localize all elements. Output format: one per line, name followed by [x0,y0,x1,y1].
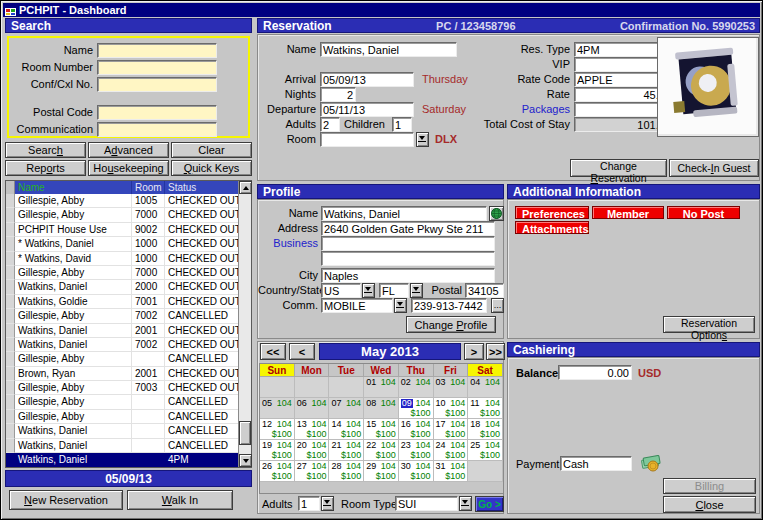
business-input[interactable] [321,236,495,251]
row-selector-cell[interactable] [6,252,15,266]
calendar-day-cell[interactable]: 03104 [434,377,469,398]
packages-label[interactable]: Packages [473,102,570,116]
table-row[interactable]: Gillespie, Abby 7000 CHECKED OUT [6,208,239,222]
room-column-header[interactable]: Room [132,181,165,194]
res-adults-input[interactable] [320,117,340,132]
calendar-day-cell[interactable]: 15104 $100 [364,419,399,440]
row-selector-cell[interactable] [6,223,15,237]
table-row[interactable]: Gillespie, Abby CANCELLED [6,352,239,366]
calendar-day-cell[interactable]: 22104 $100 [364,440,399,461]
calendar-prev-year-button[interactable]: << [260,343,286,360]
scrollbar-down-button[interactable] [239,454,252,467]
postal-input[interactable] [465,283,504,298]
table-row[interactable]: * Watkins, David 1000 CHECKED OUT [6,252,239,266]
calendar-day-cell[interactable]: 24104 $100 [434,440,469,461]
member-tag-button[interactable]: Member [592,206,664,219]
row-selector-cell[interactable] [6,295,15,309]
room-dropdown-button[interactable] [416,132,429,147]
row-selector-cell[interactable] [6,352,15,366]
calendar-day-cell[interactable]: 08104 [364,398,399,419]
calendar-adults-input[interactable] [298,496,320,511]
calendar-day-cell[interactable]: 26104 $100 [260,461,295,482]
comm-type-input[interactable] [321,298,393,313]
calendar-day-cell[interactable]: 04104 [468,377,503,398]
address-input[interactable] [321,221,495,236]
calendar-day-cell[interactable]: 14104 $100 [329,419,364,440]
departure-input[interactable] [320,102,414,117]
profile-name-input[interactable] [321,206,487,221]
payment-input[interactable] [560,456,632,471]
row-selector-cell[interactable] [6,309,15,323]
scrollbar-thumb[interactable] [239,421,251,445]
calendar-day-cell[interactable]: 19104 $100 [260,440,295,461]
close-button[interactable]: Close [663,496,756,513]
row-selector-cell[interactable] [6,453,15,467]
row-selector-cell[interactable] [6,324,15,338]
search-button[interactable]: Search [5,142,86,158]
calendar-day-cell[interactable]: 23104 $100 [399,440,434,461]
calendar-prev-month-button[interactable]: < [289,343,315,360]
table-row[interactable]: Gillespie, Abby 7000 CHECKED OUT [6,266,239,280]
calendar-day-cell[interactable]: 21104 $100 [329,440,364,461]
calendar-day-cell[interactable]: 18104 $100 [468,419,503,440]
change-profile-button[interactable]: Change Profile [406,316,496,333]
calendar-day-cell[interactable]: 01104 [364,377,399,398]
row-selector-cell[interactable] [6,439,15,453]
row-selector-cell[interactable] [6,410,15,424]
row-selector-cell[interactable] [6,208,15,222]
row-selector-cell[interactable] [6,266,15,280]
table-row[interactable]: Watkins, Daniel 4PM [6,453,239,467]
new-reservation-button[interactable]: New Reservation [9,490,123,510]
globe-button[interactable] [489,206,504,221]
calendar-day-cell[interactable] [260,377,295,398]
advanced-button[interactable]: Advanced [88,142,169,158]
table-row[interactable]: * Watkins, Daniel 1000 CHECKED OUT [6,237,239,251]
calendar-day-cell[interactable] [329,377,364,398]
calendar-day-cell[interactable]: 17104 $100 [434,419,469,440]
table-row[interactable]: Brown, Ryan 2001 CHECKED OUT [6,367,239,381]
scrollbar-up-button[interactable] [239,181,252,194]
row-selector-cell[interactable] [6,237,15,251]
calendar-day-cell[interactable]: 30104 $100 [399,461,434,482]
search-name-input[interactable] [97,43,217,58]
table-row[interactable]: Watkins, Daniel CANCELLED [6,439,239,453]
table-row[interactable]: PCHPIT House Use 9002 CHECKED OUT [6,223,239,237]
calendar-day-cell[interactable]: 13104 $100 [295,419,330,440]
row-selector-cell[interactable] [6,424,15,438]
status-column-header[interactable]: Status [165,181,239,194]
calendar-day-cell[interactable]: 27104 $100 [295,461,330,482]
business-label[interactable]: Business [258,236,318,250]
calendar-day-cell[interactable]: 29104 $100 [364,461,399,482]
reservation-options-button[interactable]: Reservation Options [663,316,755,333]
calendar-day-cell[interactable]: 06104 [295,398,330,419]
search-postal-code-input[interactable] [97,105,217,120]
check-in-guest-button[interactable]: Check-In Guest [669,159,759,177]
row-selector-cell[interactable] [6,280,15,294]
attachments-tag-button[interactable]: Attachments [515,221,589,234]
calendar-day-cell[interactable]: 25104 $100 [468,440,503,461]
table-row[interactable]: Watkins, Daniel CANCELLED [6,424,239,438]
no-post-tag-button[interactable]: No Post [667,206,740,219]
row-selector-cell[interactable] [6,381,15,395]
arrival-input[interactable] [320,72,414,87]
table-row[interactable]: Gillespie, Abby 1005 CHECKED OUT [6,194,239,208]
search-communication-input[interactable] [97,122,217,137]
results-scrollbar[interactable] [238,181,251,467]
state-input[interactable] [379,283,409,298]
calendar-day-cell[interactable] [468,461,503,482]
calendar-day-cell[interactable]: 12104 $100 [260,419,295,440]
row-selector-cell[interactable] [6,194,15,208]
calendar-day-cell[interactable]: 05104 [260,398,295,419]
calendar-day-cell[interactable]: 10104 $100 [434,398,469,419]
preferences-tag-button[interactable]: Preferences [515,206,589,219]
calendar-next-year-button[interactable]: >> [486,343,505,360]
reports-button[interactable]: Reports [5,160,86,176]
clear-button[interactable]: Clear [171,142,252,158]
row-selector-cell[interactable] [6,395,15,409]
search-room-number-input[interactable] [97,60,217,75]
availability-go-button[interactable]: Go > [475,496,504,512]
calendar-day-cell[interactable]: 09104 $100 [399,398,434,419]
country-dropdown-button[interactable] [362,283,375,298]
table-row[interactable]: Gillespie, Abby CANCELLED [6,410,239,424]
calendar-day-cell[interactable]: 31104 $100 [434,461,469,482]
